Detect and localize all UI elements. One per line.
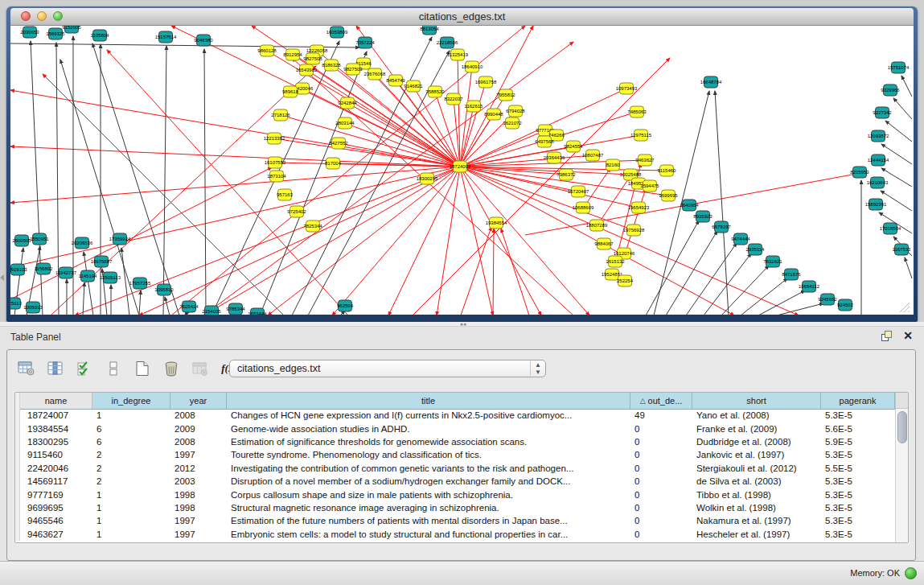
column-header-year[interactable]: year — [170, 393, 227, 409]
column-header-pagerank[interactable]: pagerank — [821, 393, 895, 409]
table-cell: de Silva et al. (2003) — [692, 476, 821, 486]
graph-node-label: 6794028 — [506, 109, 525, 113]
attribute-table: namein_degreeyeartitle△out_de...shortpag… — [14, 392, 909, 543]
table-cell: Estimation of the future numbers of pati… — [227, 516, 630, 525]
graph-edge — [75, 167, 460, 315]
graph-edge — [460, 167, 493, 315]
network-canvas[interactable]: 2030653156932591520051105804151576149046… — [10, 26, 914, 315]
scrollbar-corner — [895, 393, 908, 409]
table-cell: 0 — [630, 476, 692, 486]
graph-node-label: 20364436 — [544, 155, 565, 160]
table-row[interactable]: 2242004622012Investigating the contribut… — [15, 462, 895, 475]
new-document-icon[interactable] — [133, 360, 152, 377]
graph-node-label: 22218506 — [437, 40, 458, 45]
network-window-titlebar[interactable]: citations_edges.txt — [10, 8, 914, 26]
graph-node-label: 19654923 — [628, 205, 650, 210]
table-cell: Genome-wide association studies in ADHD. — [227, 424, 630, 434]
graph-node-label: 2718126 — [271, 113, 290, 117]
table-selector-dropdown[interactable]: citations_edges.txt ▲▼ — [229, 360, 546, 377]
graph-node-label: 1145194 — [79, 274, 98, 278]
graph-node-label: 16961758 — [475, 80, 497, 84]
close-panel-icon[interactable]: ✕ — [903, 331, 913, 341]
graph-node-label: 252254 — [617, 278, 634, 283]
graph-node-label: 17359924 — [109, 237, 131, 241]
table-row[interactable]: 946554611997Estimation of the future num… — [15, 514, 895, 527]
table-row[interactable]: 977716911998Corpus callosum shape and si… — [15, 488, 895, 501]
vertical-scrollbar[interactable] — [895, 409, 908, 542]
float-panel-icon[interactable] — [881, 331, 892, 341]
table-cell: 2008 — [170, 410, 227, 420]
table-cell: 1 — [92, 529, 170, 539]
table-cell: 9465546 — [20, 516, 92, 525]
select-all-icon[interactable] — [75, 360, 94, 377]
table-cell: Hescheler et al. (1997) — [692, 529, 821, 539]
graph-node-label: 82160 — [606, 163, 620, 167]
table-cell: 0 — [630, 516, 692, 525]
table-row[interactable]: 1872400712008Changes of HCN gene express… — [15, 409, 895, 422]
graph-node-label: 12505113 — [100, 275, 121, 280]
graph-node-label: 9115460 — [658, 168, 677, 173]
delete-table-icon[interactable] — [191, 360, 210, 377]
graph-node-label: 11325419 — [447, 52, 469, 57]
graph-node-label: 2600505 — [12, 238, 31, 243]
table-row[interactable]: 1456911722003Disruption of a novel membe… — [15, 475, 895, 488]
graph-node-label: 7986372 — [556, 172, 576, 177]
column-header-name[interactable]: name — [20, 393, 92, 409]
graph-edge — [139, 290, 141, 315]
table-cell: Tibbo et al. (1998) — [692, 490, 821, 500]
graph-edge — [881, 191, 912, 211]
resize-grip — [900, 303, 910, 312]
table-cell: Yano et al. (2008) — [692, 410, 821, 420]
table-cell: 2 — [92, 476, 170, 486]
graph-node-label: 1594475 — [640, 183, 659, 188]
table-row[interactable]: 969969511998Structural magnetic resonanc… — [15, 501, 895, 514]
row-management-icon[interactable] — [104, 360, 123, 377]
scrollbar-thumb[interactable] — [897, 411, 907, 443]
table-row[interactable]: 1938455462009Genome-wide association stu… — [15, 422, 895, 435]
graph-node-label: 6497568 — [535, 139, 554, 144]
graph-node-label: 957163 — [277, 192, 294, 197]
table-cell: 0 — [630, 529, 692, 539]
table-header[interactable]: namein_degreeyeartitle△out_de...shortpag… — [15, 393, 908, 410]
graph-node-label: 8322037 — [444, 97, 463, 101]
graph-node-label: 19384554 — [486, 220, 507, 225]
column-management-icon[interactable] — [46, 360, 65, 377]
column-header-in_degree[interactable]: in_degree — [92, 393, 170, 409]
table-selector-value: citations_edges.txt — [230, 363, 530, 374]
column-header-out_de[interactable]: △out_de... — [630, 393, 692, 409]
splitter-handle-icon[interactable]: ●● — [458, 322, 468, 326]
table-settings-icon[interactable] — [17, 360, 36, 377]
graph-node-label: 1873104 — [267, 174, 286, 179]
table-row[interactable]: 911546021997Tourette syndrome. Phenomeno… — [15, 448, 895, 461]
graph-node-label: 19756928 — [623, 228, 645, 233]
graph-node-label: 12975115 — [630, 133, 652, 138]
graph-node-label: 2803144 — [335, 121, 355, 126]
graph-edge — [437, 167, 460, 315]
column-header-title[interactable]: title — [227, 393, 630, 409]
graph-node-label: 9884067 — [594, 241, 614, 246]
graph-edge — [758, 290, 805, 315]
graph-node-label: 2030653 — [20, 30, 39, 35]
graph-node-label: 18724007 — [450, 164, 471, 169]
graph-node-label: 7357224 — [355, 40, 375, 45]
table-cell: Dudbridge et al. (2008) — [692, 437, 821, 447]
table-row[interactable]: 1830029562008Estimation of significance … — [15, 435, 895, 448]
graph-node-label: 7825344 — [303, 224, 322, 229]
table-cell: Jankovic et al. (1997) — [692, 450, 821, 459]
memory-status-icon[interactable] — [905, 567, 917, 579]
table-row[interactable]: 946362711997Embryonic stem cells: a mode… — [15, 528, 895, 541]
table-body[interactable]: 1872400712008Changes of HCN gene express… — [15, 409, 895, 542]
graph-node-label: 12213382 — [264, 136, 285, 141]
column-header-short[interactable]: short — [692, 393, 821, 409]
table-cell: 1997 — [170, 529, 227, 539]
delete-rows-trash-icon[interactable] — [162, 360, 181, 377]
table-cell: 0 — [630, 503, 692, 513]
network-window: citations_edges.txt 20306531569325915200… — [6, 6, 918, 322]
collapse-panel-arrow[interactable] — [0, 274, 4, 281]
graph-node-label: 1162615 — [465, 104, 484, 109]
graph-node-label: 1005013 — [23, 305, 43, 310]
table-cell: 1997 — [170, 516, 227, 525]
table-cell: 9115460 — [20, 450, 92, 459]
table-cell: Changes of HCN gene expression and I(f) … — [227, 410, 630, 420]
graph-node-label: 935013 — [10, 301, 23, 306]
